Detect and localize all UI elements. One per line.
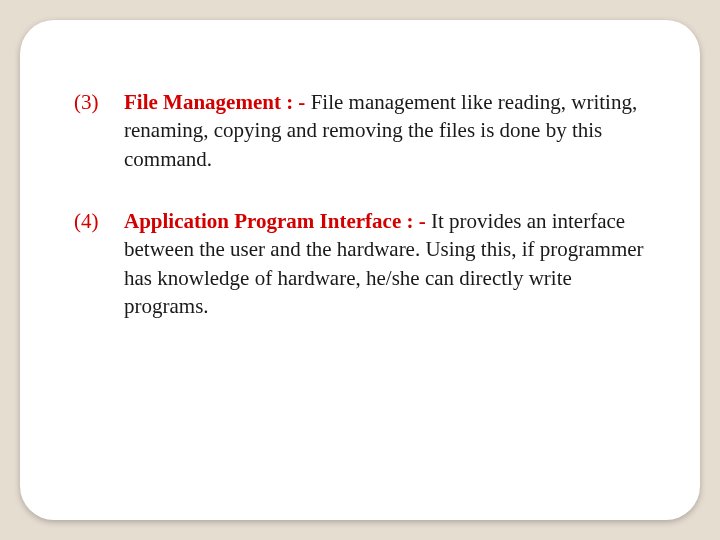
item-number: (4) (74, 207, 124, 235)
item-separator: : - (281, 90, 306, 114)
item-separator: : - (401, 209, 426, 233)
list-item: (3) File Management : - File management … (74, 88, 646, 173)
item-heading: File Management (124, 90, 281, 114)
slide-card: (3) File Management : - File management … (20, 20, 700, 520)
item-number: (3) (74, 88, 124, 116)
slide-background: (3) File Management : - File management … (0, 0, 720, 540)
item-body: File Management : - File management like… (124, 88, 646, 173)
item-body: Application Program Interface : - It pro… (124, 207, 646, 320)
list-item: (4) Application Program Interface : - It… (74, 207, 646, 320)
item-heading: Application Program Interface (124, 209, 401, 233)
